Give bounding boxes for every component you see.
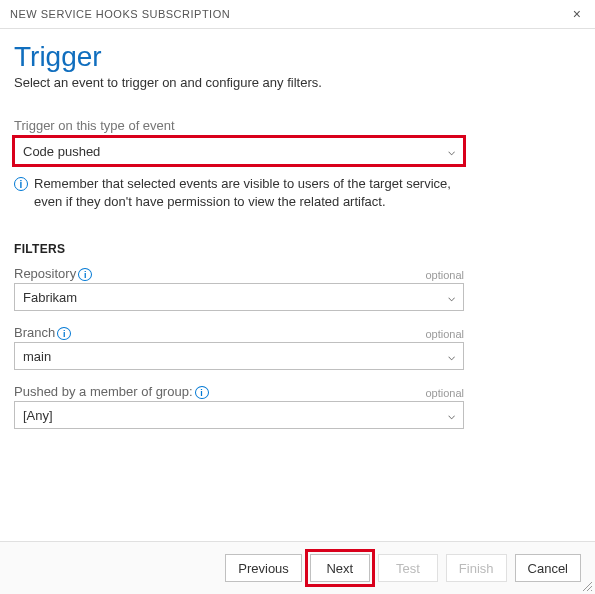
previous-button[interactable]: Previous	[225, 554, 302, 582]
optional-text: optional	[425, 269, 464, 281]
branch-select[interactable]: main ⌵	[14, 342, 464, 370]
page-subtitle: Select an event to trigger on and config…	[14, 75, 581, 90]
event-info-text: Remember that selected events are visibl…	[34, 175, 464, 210]
filter-pushed-by: Pushed by a member of group: i optional …	[14, 384, 464, 429]
finish-button: Finish	[446, 554, 507, 582]
info-icon[interactable]: i	[195, 386, 209, 399]
event-type-value: Code pushed	[23, 144, 100, 159]
event-type-label: Trigger on this type of event	[14, 118, 581, 133]
repository-label-text: Repository	[14, 266, 76, 281]
filters-heading: FILTERS	[14, 242, 581, 256]
pushed-by-value: [Any]	[23, 408, 53, 423]
info-icon[interactable]: i	[57, 327, 71, 340]
filter-label-row: Repository i optional	[14, 266, 464, 281]
optional-text: optional	[425, 328, 464, 340]
test-button: Test	[378, 554, 438, 582]
repository-label: Repository i	[14, 266, 92, 281]
branch-value: main	[23, 349, 51, 364]
next-button[interactable]: Next	[310, 554, 370, 582]
svg-line-2	[591, 590, 592, 591]
repository-select[interactable]: Fabrikam ⌵	[14, 283, 464, 311]
pushed-by-label-text: Pushed by a member of group:	[14, 384, 193, 399]
event-type-select[interactable]: Code pushed ⌵	[14, 137, 464, 165]
chevron-down-icon: ⌵	[448, 349, 455, 363]
resize-grip-icon[interactable]	[581, 580, 593, 592]
chevron-down-icon: ⌵	[448, 290, 455, 304]
pushed-by-select[interactable]: [Any] ⌵	[14, 401, 464, 429]
dialog-footer: Previous Next Test Finish Cancel	[0, 541, 595, 594]
pushed-by-label: Pushed by a member of group: i	[14, 384, 209, 399]
filter-branch: Branch i optional main ⌵	[14, 325, 464, 370]
branch-label-text: Branch	[14, 325, 55, 340]
branch-label: Branch i	[14, 325, 71, 340]
chevron-down-icon: ⌵	[448, 144, 455, 158]
chevron-down-icon: ⌵	[448, 408, 455, 422]
info-icon[interactable]: i	[78, 268, 92, 281]
dialog-content: Trigger Select an event to trigger on an…	[0, 29, 595, 541]
dialog-title: NEW SERVICE HOOKS SUBSCRIPTION	[10, 8, 230, 20]
filter-label-row: Pushed by a member of group: i optional	[14, 384, 464, 399]
event-type-select-wrap: Code pushed ⌵	[14, 137, 581, 165]
event-info-row: i Remember that selected events are visi…	[14, 175, 464, 210]
repository-value: Fabrikam	[23, 290, 77, 305]
filter-repository: Repository i optional Fabrikam ⌵	[14, 266, 464, 311]
svg-line-0	[583, 582, 592, 591]
page-title: Trigger	[14, 41, 581, 73]
close-icon[interactable]: ×	[569, 6, 585, 22]
cancel-button[interactable]: Cancel	[515, 554, 581, 582]
service-hooks-dialog: NEW SERVICE HOOKS SUBSCRIPTION × Trigger…	[0, 0, 595, 594]
titlebar: NEW SERVICE HOOKS SUBSCRIPTION ×	[0, 0, 595, 29]
optional-text: optional	[425, 387, 464, 399]
filter-label-row: Branch i optional	[14, 325, 464, 340]
info-icon: i	[14, 177, 28, 191]
